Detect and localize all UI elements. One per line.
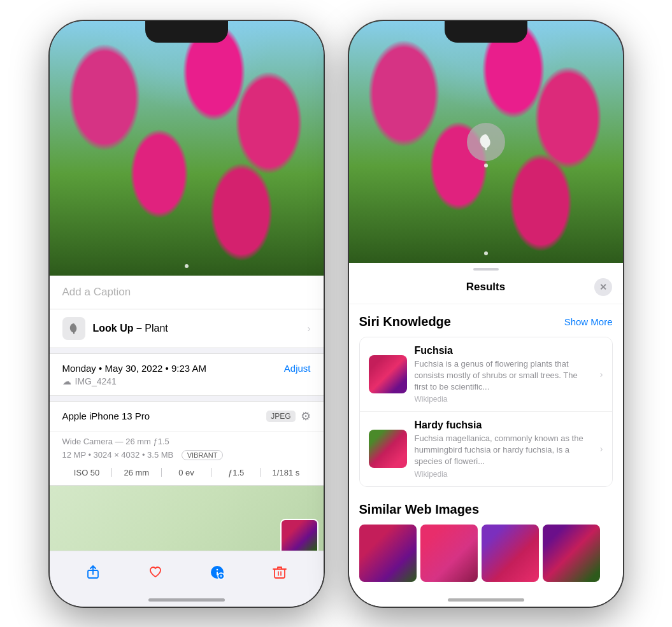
knowledge-item-hardy[interactable]: Hardy fuchsia Fuchsia magellanica, commo… <box>360 411 612 486</box>
lookup-subject: Plant <box>145 323 168 334</box>
exif-ev: 0 ev <box>162 468 211 477</box>
camera-model-row: Apple iPhone 13 Pro JPEG ⚙ <box>50 402 324 432</box>
right-phone: Results ✕ Siri Knowledge Show More <box>349 21 623 607</box>
lookup-row[interactable]: Look Up – Plant › <box>50 309 324 348</box>
fuchsia-description: Fuchsia is a genus of flowering plants t… <box>415 358 592 393</box>
left-phone: Add a Caption Look Up – Plant › <box>50 21 324 607</box>
fuchsia-thumbnail <box>369 355 407 393</box>
exif-aperture: ƒ1.5 <box>211 468 261 477</box>
similar-images-section: Similar Web Images <box>349 492 623 587</box>
filename-row: ☁ IMG_4241 <box>62 376 311 386</box>
hardy-description: Fuchsia magellanica, commonly known as t… <box>415 433 592 468</box>
hardy-thumbnail <box>369 430 407 468</box>
right-photo-area[interactable] <box>349 21 623 263</box>
format-badge: JPEG <box>266 411 295 422</box>
date-row: Monday • May 30, 2022 • 9:23 AM Adjust <box>62 363 311 374</box>
similar-image-4[interactable] <box>543 525 600 582</box>
map-thumb-image <box>282 520 317 551</box>
svg-point-2 <box>217 569 218 571</box>
exif-row: ISO 50 26 mm 0 ev ƒ1.5 1/181 s <box>50 463 324 485</box>
hardy-thumb-image <box>369 430 407 468</box>
vibrant-badge: VIBRANT <box>182 450 224 460</box>
show-more-button[interactable]: Show More <box>564 316 613 327</box>
knowledge-card: Fuchsia Fuchsia is a genus of flowering … <box>359 337 613 487</box>
fuchsia-name: Fuchsia <box>415 345 592 356</box>
siri-section-title: Siri Knowledge <box>359 314 451 329</box>
svg-rect-7 <box>275 569 285 578</box>
date-text: Monday • May 30, 2022 • 9:23 AM <box>62 363 206 374</box>
exif-focal: 26 mm <box>112 468 161 477</box>
resolution: 12 MP • 3024 × 4032 • 3.5 MB <box>62 450 174 460</box>
right-home-indicator <box>448 598 524 602</box>
svg-rect-6 <box>220 575 222 577</box>
leaf-icon <box>68 322 80 335</box>
caption-area[interactable]: Add a Caption <box>50 276 324 309</box>
fuchsia-source: Wikipedia <box>415 395 592 404</box>
visual-lookup-button[interactable] <box>467 123 505 161</box>
right-phone-notch <box>445 21 527 43</box>
map-area[interactable] <box>50 486 324 551</box>
hardy-source: Wikipedia <box>415 470 592 479</box>
lookup-label: Look Up – Plant <box>93 323 168 334</box>
similar-images-grid <box>359 525 613 582</box>
delete-button[interactable] <box>266 558 294 586</box>
flower-image <box>50 21 324 276</box>
results-title: Results <box>466 281 505 293</box>
hardy-name: Hardy fuchsia <box>415 419 592 431</box>
phone-screen: Add a Caption Look Up – Plant › <box>50 21 324 607</box>
filename-text: IMG_4241 <box>75 376 117 386</box>
similar-image-2[interactable] <box>420 525 478 582</box>
exif-shutter: 1/181 s <box>261 468 310 477</box>
hardy-chevron-icon: › <box>600 444 603 454</box>
home-indicator <box>148 598 225 602</box>
results-header: Results ✕ <box>349 273 623 304</box>
drag-handle[interactable] <box>473 268 499 271</box>
similar-image-1[interactable] <box>359 525 417 582</box>
visual-lookup-info-button[interactable] <box>203 558 231 586</box>
right-phone-screen: Results ✕ Siri Knowledge Show More <box>349 21 623 607</box>
knowledge-item-fuchsia[interactable]: Fuchsia Fuchsia is a genus of flowering … <box>360 337 612 412</box>
similar-section-title: Similar Web Images <box>359 502 480 517</box>
camera-details-row: Wide Camera — 26 mm ƒ1.5 12 MP • 3024 × … <box>50 432 324 463</box>
svg-point-5 <box>220 574 222 575</box>
camera-spec: Wide Camera — 26 mm ƒ1.5 <box>62 437 311 446</box>
results-panel: Results ✕ Siri Knowledge Show More <box>349 263 623 607</box>
camera-badges: JPEG ⚙ <box>266 409 310 423</box>
fuchsia-info: Fuchsia Fuchsia is a genus of flowering … <box>415 345 592 404</box>
favorite-button[interactable] <box>141 558 169 586</box>
right-photo-indicator <box>484 251 488 255</box>
resolution-row: 12 MP • 3024 × 4032 • 3.5 MB VIBRANT <box>62 449 311 460</box>
hardy-info: Hardy fuchsia Fuchsia magellanica, commo… <box>415 419 592 479</box>
settings-icon: ⚙ <box>301 409 311 423</box>
adjust-button[interactable]: Adjust <box>284 363 311 374</box>
lookup-icon-wrap <box>62 317 85 340</box>
photo-page-indicator <box>185 264 189 268</box>
siri-knowledge-section: Siri Knowledge Show More Fuchsia Fuchsia… <box>349 304 623 492</box>
caption-placeholder[interactable]: Add a Caption <box>62 286 131 298</box>
siri-section-header: Siri Knowledge Show More <box>359 314 613 329</box>
similar-section-header: Similar Web Images <box>359 502 613 517</box>
camera-section: Apple iPhone 13 Pro JPEG ⚙ Wide Camera —… <box>50 401 324 486</box>
photo-area[interactable] <box>50 21 324 276</box>
fuchsia-thumb-image <box>369 355 407 393</box>
metadata-section: Monday • May 30, 2022 • 9:23 AM Adjust ☁… <box>50 353 324 396</box>
lookup-chevron-icon: › <box>308 323 311 334</box>
camera-model: Apple iPhone 13 Pro <box>62 411 150 421</box>
cloud-icon: ☁ <box>62 376 71 386</box>
share-button[interactable] <box>79 558 107 586</box>
close-button[interactable]: ✕ <box>594 278 612 296</box>
lookup-dot <box>484 164 488 167</box>
info-panel: Add a Caption Look Up – Plant › <box>50 276 324 551</box>
phone-notch <box>145 21 228 43</box>
exif-iso: ISO 50 <box>62 468 111 477</box>
map-thumbnail <box>280 519 318 551</box>
similar-image-3[interactable] <box>482 525 539 582</box>
fuchsia-chevron-icon: › <box>600 369 603 379</box>
